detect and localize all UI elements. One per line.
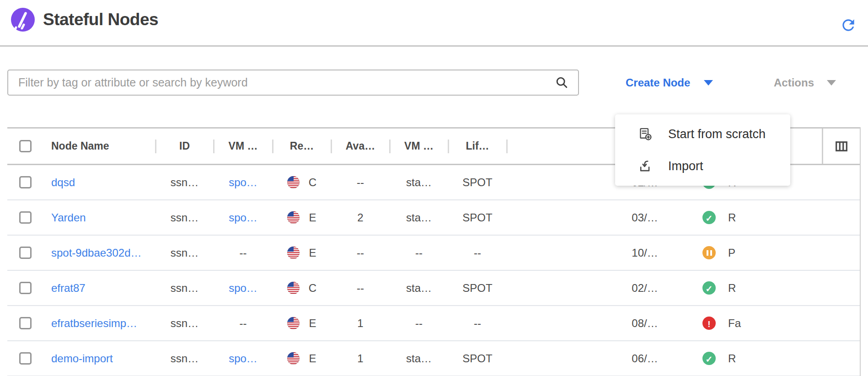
vm-size-link[interactable]: spo… xyxy=(229,352,257,365)
vm-name-value: sta… xyxy=(406,176,432,189)
region-cell: C xyxy=(273,271,331,305)
menu-item-import[interactable]: Import xyxy=(615,150,790,182)
vm-name-cell: -- xyxy=(390,236,448,270)
vm-name-cell: sta… xyxy=(390,341,448,376)
filler-cell xyxy=(507,165,608,199)
actions-button[interactable]: Actions xyxy=(774,70,836,96)
vm-size-link[interactable]: spo… xyxy=(229,282,257,295)
col-header-vm-name[interactable]: VM … xyxy=(390,129,448,164)
lifecycle-value: SPOT xyxy=(462,211,492,224)
vm-name-cell: sta… xyxy=(390,200,448,235)
availability-value: 2 xyxy=(357,211,363,224)
created-cell: 10/… xyxy=(608,236,681,270)
status-label: P xyxy=(728,247,735,259)
menu-item-start-from-scratch[interactable]: Start from scratch xyxy=(615,118,790,150)
select-all-checkbox[interactable] xyxy=(19,140,32,152)
us-flag-icon xyxy=(287,282,300,294)
created-cell: 08/… xyxy=(608,306,681,340)
page-title: Stateful Nodes xyxy=(43,10,158,29)
availability-cell: 2 xyxy=(331,200,390,235)
row-checkbox[interactable] xyxy=(19,282,32,294)
created-cell: 06/… xyxy=(608,341,681,376)
row-checkbox[interactable] xyxy=(19,211,32,224)
filler-cell xyxy=(507,341,608,376)
col-header-lifecycle[interactable]: Lif… xyxy=(448,129,507,164)
col-header-region[interactable]: Re… xyxy=(273,129,331,164)
node-name-cell: demo-import xyxy=(43,341,155,376)
node-name-link[interactable]: demo-import xyxy=(51,352,113,365)
status-label: R xyxy=(728,352,736,365)
vm-size-link[interactable]: spo… xyxy=(229,176,257,189)
region-cell: E xyxy=(273,200,331,235)
lifecycle-value: SPOT xyxy=(462,176,492,189)
row-checkbox-cell xyxy=(7,271,43,305)
col-header-node-name[interactable]: Node Name xyxy=(43,129,155,164)
header-divider xyxy=(0,45,868,47)
status-label: R xyxy=(728,211,736,224)
created-value: 03/… xyxy=(632,211,658,224)
vm-size-cell: spo… xyxy=(214,271,273,305)
filter-input[interactable] xyxy=(7,70,579,96)
availability-cell: 1 xyxy=(331,306,390,340)
availability-cell: -- xyxy=(331,236,390,270)
row-spacer-cell xyxy=(822,165,860,199)
vm-size-link[interactable]: spo… xyxy=(229,211,257,224)
create-node-button[interactable]: Create Node xyxy=(626,70,713,96)
refresh-icon[interactable] xyxy=(840,16,857,34)
import-icon xyxy=(638,159,653,174)
status-icon xyxy=(702,317,716,330)
node-id: ssn… xyxy=(171,317,198,330)
node-name-link[interactable]: spot-9dbae302d… xyxy=(51,247,141,259)
row-checkbox-cell xyxy=(7,165,43,199)
node-name-link[interactable]: efratbseriesimp… xyxy=(51,317,137,330)
row-checkbox[interactable] xyxy=(19,176,32,188)
lifecycle-value: SPOT xyxy=(462,282,492,295)
search-icon[interactable] xyxy=(555,75,569,90)
row-checkbox-cell xyxy=(7,306,43,340)
row-spacer-cell xyxy=(822,200,860,235)
row-checkbox-cell xyxy=(7,341,43,376)
node-id-cell: ssn… xyxy=(155,306,214,340)
status-cell: R xyxy=(681,341,822,376)
create-node-menu: Start from scratch Import xyxy=(615,114,790,186)
create-node-label: Create Node xyxy=(626,76,690,89)
vm-name-value: -- xyxy=(415,247,423,259)
us-flag-icon xyxy=(287,317,300,329)
node-name-cell: efratbseriesimp… xyxy=(43,306,155,340)
vm-name-cell: sta… xyxy=(390,165,448,199)
row-checkbox[interactable] xyxy=(19,317,32,329)
vm-size-cell: spo… xyxy=(214,341,273,376)
table-row: spot-9dbae302d… ssn… -- E -- -- -- 10/… … xyxy=(7,236,860,271)
table-right-border xyxy=(860,127,861,376)
vm-name-value: sta… xyxy=(406,352,432,365)
node-name-cell: efrat87 xyxy=(43,271,155,305)
menu-item-label: Start from scratch xyxy=(668,127,766,141)
col-header-vm-size[interactable]: VM … xyxy=(214,129,273,164)
node-id: ssn… xyxy=(171,352,198,365)
select-all-cell xyxy=(7,129,43,164)
table-row: demo-import ssn… spo… E 1 sta… SPOT 06/…… xyxy=(7,341,860,376)
created-cell: 03/… xyxy=(608,200,681,235)
column-picker-button[interactable] xyxy=(822,129,860,164)
row-checkbox[interactable] xyxy=(19,247,32,259)
status-icon xyxy=(702,246,716,259)
node-name-link[interactable]: Yarden xyxy=(51,211,86,224)
node-id: ssn… xyxy=(171,282,198,295)
node-id-cell: ssn… xyxy=(155,271,214,305)
node-name-link[interactable]: efrat87 xyxy=(51,282,86,295)
top-bar: Stateful Nodes xyxy=(0,0,868,46)
col-header-hidden-created xyxy=(507,129,608,164)
col-header-availability[interactable]: Ava… xyxy=(331,129,390,164)
caret-down-icon xyxy=(827,80,836,86)
vm-name-cell: -- xyxy=(390,306,448,340)
col-header-id[interactable]: ID xyxy=(155,129,214,164)
row-checkbox[interactable] xyxy=(19,352,32,365)
actions-label: Actions xyxy=(774,76,814,89)
table-row: efrat87 ssn… spo… C -- sta… SPOT 02/… R xyxy=(7,271,860,306)
vm-name-value: sta… xyxy=(406,211,432,224)
node-name-link[interactable]: dqsd xyxy=(51,176,75,189)
menu-item-label: Import xyxy=(668,159,703,173)
status-icon xyxy=(702,211,716,224)
created-value: 02/… xyxy=(632,282,658,295)
availability-value: -- xyxy=(357,282,364,295)
